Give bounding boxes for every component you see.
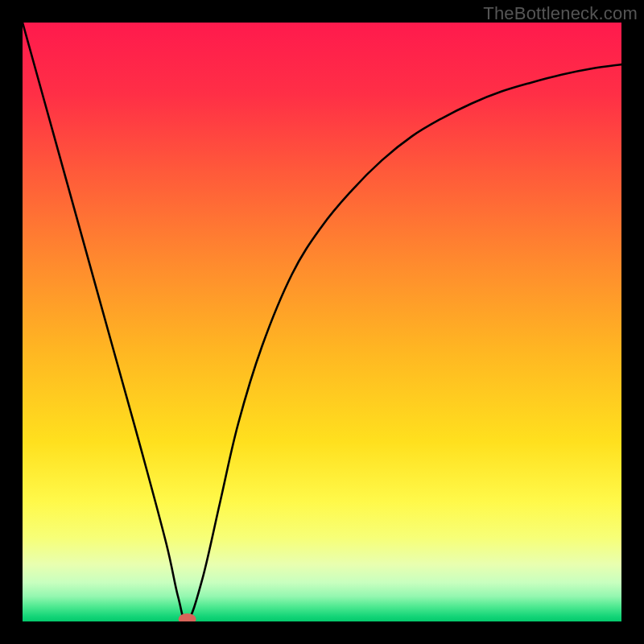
watermark-text: TheBottleneck.com [483, 3, 638, 24]
plot-area [23, 23, 621, 621]
chart-frame: TheBottleneck.com [0, 0, 644, 644]
chart-canvas [23, 23, 621, 621]
